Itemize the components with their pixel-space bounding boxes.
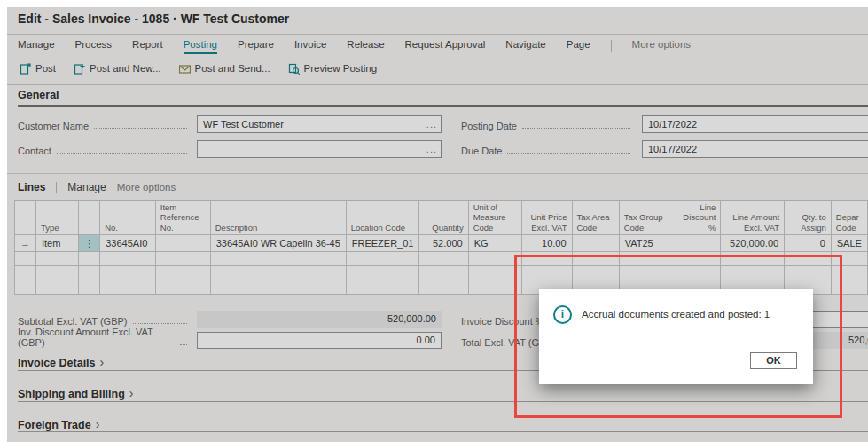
customer-name-assist-button[interactable]: ...	[426, 116, 437, 132]
empty-cell[interactable]	[155, 280, 210, 295]
general-section-heading[interactable]: General	[18, 89, 59, 101]
cell-tax-group-code[interactable]: VAT25	[619, 235, 669, 252]
header-line-amount-excl-vat[interactable]: Line Amount Excl. VAT	[721, 201, 785, 235]
empty-cell[interactable]	[419, 266, 468, 280]
due-date-field[interactable]: 10/17/2022	[642, 140, 868, 158]
empty-cell[interactable]	[36, 252, 79, 266]
cell-unit-price-excl-vat[interactable]: 10.00	[522, 235, 572, 252]
empty-cell[interactable]	[468, 280, 522, 295]
menu-posting[interactable]: Posting	[184, 39, 217, 54]
empty-cell[interactable]	[831, 280, 867, 295]
empty-cell[interactable]	[831, 266, 867, 280]
empty-cell[interactable]	[468, 252, 522, 266]
empty-cell[interactable]	[468, 266, 522, 280]
empty-cell[interactable]	[721, 252, 785, 266]
empty-cell[interactable]	[669, 252, 721, 266]
inv-discount-field[interactable]: 0.00	[197, 332, 442, 349]
empty-cell[interactable]	[785, 266, 832, 280]
cell-no[interactable]: 33645AI0	[100, 235, 156, 252]
header-line-discount-pct[interactable]: Line Discount %	[669, 201, 721, 235]
menu-navigate[interactable]: Navigate	[505, 39, 545, 52]
cell-description[interactable]: 33645AI0 WR Capelin 36-45	[210, 235, 346, 252]
header-no[interactable]: No.	[100, 201, 156, 235]
empty-cell[interactable]	[210, 252, 346, 266]
cell-unit-of-measure-code[interactable]: KG	[468, 235, 522, 252]
header-tax-area-code[interactable]: Tax Area Code	[572, 201, 619, 235]
menu-more-options[interactable]: More options	[632, 39, 691, 52]
empty-cell[interactable]	[210, 280, 346, 295]
preview-posting-button[interactable]: Preview Posting	[288, 63, 377, 75]
cell-line-amount-excl-vat[interactable]: 520,000.00	[721, 235, 785, 252]
empty-cell[interactable]	[15, 252, 36, 266]
contact-assist-button[interactable]: ...	[426, 141, 437, 157]
empty-cell[interactable]	[619, 266, 669, 280]
header-department-code[interactable]: Depar Code	[831, 201, 867, 235]
empty-cell[interactable]	[346, 266, 419, 280]
header-unit-price-excl-vat[interactable]: Unit Price Excl. VAT	[522, 201, 572, 235]
empty-cell[interactable]	[346, 280, 419, 295]
cell-line-discount-pct[interactable]	[669, 235, 721, 252]
customer-name-field[interactable]: WF Test Customer ...	[197, 115, 442, 133]
empty-cell[interactable]	[346, 252, 419, 266]
fasttab-foreign-trade[interactable]: Foreign Trade›	[18, 417, 99, 431]
cell-qty-to-assign[interactable]: 0	[785, 235, 832, 252]
ok-button[interactable]: OK	[750, 352, 797, 369]
menu-prepare[interactable]: Prepare	[238, 39, 274, 52]
header-qty-to-assign[interactable]: Qty. to Assign	[785, 201, 832, 235]
cell-quantity[interactable]: 52.000	[419, 235, 468, 252]
menu-process[interactable]: Process	[75, 39, 113, 52]
posting-date-field[interactable]: 10/17/2022	[642, 115, 868, 133]
empty-cell[interactable]	[831, 252, 867, 266]
post-button[interactable]: Post	[20, 63, 56, 75]
empty-cell[interactable]	[619, 252, 669, 266]
menu-report[interactable]: Report	[132, 39, 163, 52]
empty-cell[interactable]	[572, 266, 619, 280]
empty-cell[interactable]	[419, 280, 468, 295]
empty-cell[interactable]	[669, 266, 721, 280]
empty-cell[interactable]	[419, 252, 468, 266]
empty-cell[interactable]	[522, 266, 572, 280]
menu-request-approval[interactable]: Request Approval	[405, 39, 486, 52]
header-type[interactable]: Type	[36, 201, 79, 235]
empty-cell[interactable]	[79, 252, 100, 266]
empty-cell[interactable]	[155, 266, 210, 280]
empty-cell[interactable]	[522, 252, 572, 266]
empty-cell[interactable]	[100, 252, 156, 266]
menu-release[interactable]: Release	[347, 39, 384, 52]
empty-cell[interactable]	[721, 266, 785, 280]
menu-page[interactable]: Page	[567, 39, 590, 52]
header-location-code[interactable]: Location Code	[346, 201, 419, 235]
empty-cell[interactable]	[100, 266, 156, 280]
lines-manage-menu[interactable]: Manage	[67, 181, 106, 193]
cell-type[interactable]: Item	[36, 235, 79, 252]
cell-department-code[interactable]: SALE	[831, 235, 867, 252]
fasttab-shipping-and-billing[interactable]: Shipping and Billing›	[18, 386, 134, 400]
post-and-send-button[interactable]: Post and Send...	[179, 63, 270, 75]
empty-cell[interactable]	[36, 280, 79, 295]
empty-cell[interactable]	[15, 266, 36, 280]
lines-more-options[interactable]: More options	[117, 182, 176, 193]
cell-tax-area-code[interactable]	[572, 235, 619, 252]
empty-cell[interactable]	[572, 252, 619, 266]
header-tax-group-code[interactable]: Tax Group Code	[619, 201, 669, 235]
cell-location-code[interactable]: FREEZER_01	[346, 235, 419, 252]
fasttab-invoice-details[interactable]: Invoice Details›	[18, 355, 104, 369]
row-menu-icon[interactable]: ⋮	[79, 235, 100, 252]
post-and-new-button[interactable]: Post and New...	[74, 63, 161, 75]
menu-manage[interactable]: Manage	[18, 39, 55, 52]
lines-tab[interactable]: Lines	[18, 181, 45, 193]
empty-cell[interactable]	[210, 266, 346, 280]
cell-item-reference-no[interactable]	[155, 235, 210, 252]
empty-cell[interactable]	[79, 266, 100, 280]
header-unit-of-measure-code[interactable]: Unit of Measure Code	[468, 201, 522, 235]
header-item-reference-no[interactable]: Item Reference No.	[155, 201, 210, 235]
menu-invoice[interactable]: Invoice	[294, 39, 326, 52]
header-quantity[interactable]: Quantity	[419, 201, 468, 235]
empty-cell[interactable]	[36, 266, 79, 280]
empty-cell[interactable]	[79, 280, 100, 295]
empty-cell[interactable]	[100, 280, 156, 295]
contact-field[interactable]: ...	[197, 140, 442, 158]
empty-cell[interactable]	[15, 280, 36, 295]
empty-cell[interactable]	[155, 252, 210, 266]
empty-cell[interactable]	[785, 252, 832, 266]
